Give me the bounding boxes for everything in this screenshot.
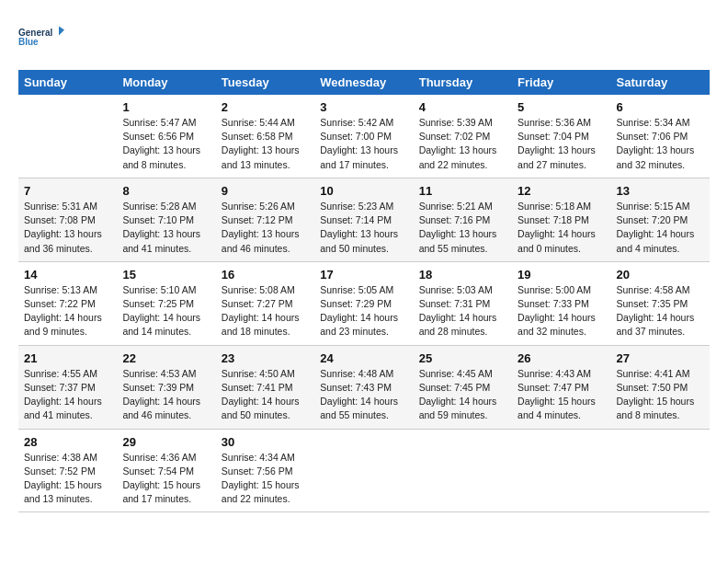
day-number: 6 (617, 100, 704, 114)
calendar-week-row: 21 Sunrise: 4:55 AM Sunset: 7:37 PM Dayl… (18, 345, 710, 429)
day-info: Sunrise: 4:55 AM Sunset: 7:37 PM Dayligh… (24, 367, 111, 423)
logo-svg: General Blue (18, 18, 64, 55)
day-number: 28 (24, 435, 111, 449)
calendar-header-row: SundayMondayTuesdayWednesdayThursdayFrid… (18, 70, 710, 95)
day-number: 26 (518, 351, 605, 365)
calendar-cell: 25 Sunrise: 4:45 AM Sunset: 7:45 PM Dayl… (414, 345, 512, 429)
calendar-cell: 12 Sunrise: 5:18 AM Sunset: 7:18 PM Dayl… (512, 178, 610, 261)
day-info: Sunrise: 5:05 AM Sunset: 7:29 PM Dayligh… (320, 283, 407, 339)
day-info: Sunrise: 4:36 AM Sunset: 7:54 PM Dayligh… (122, 451, 210, 507)
calendar-cell: 7 Sunrise: 5:31 AM Sunset: 7:08 PM Dayli… (18, 178, 117, 261)
calendar-cell: 24 Sunrise: 4:48 AM Sunset: 7:43 PM Dayl… (314, 345, 413, 429)
day-info: Sunrise: 4:43 AM Sunset: 7:47 PM Dayligh… (518, 367, 605, 423)
svg-text:Blue: Blue (18, 37, 39, 47)
calendar-week-row: 7 Sunrise: 5:31 AM Sunset: 7:08 PM Dayli… (18, 178, 710, 261)
day-info: Sunrise: 4:58 AM Sunset: 7:35 PM Dayligh… (617, 283, 704, 339)
day-header-monday: Monday (117, 70, 215, 95)
day-number: 12 (518, 184, 605, 198)
calendar-cell: 6 Sunrise: 5:34 AM Sunset: 7:06 PM Dayli… (611, 95, 710, 178)
day-info: Sunrise: 5:15 AM Sunset: 7:20 PM Dayligh… (617, 200, 704, 256)
calendar-cell: 29 Sunrise: 4:36 AM Sunset: 7:54 PM Dayl… (117, 429, 215, 512)
day-number: 13 (617, 184, 704, 198)
day-number: 23 (222, 351, 309, 365)
day-header-thursday: Thursday (414, 70, 512, 95)
day-info: Sunrise: 5:00 AM Sunset: 7:33 PM Dayligh… (518, 283, 605, 339)
day-number: 18 (419, 268, 506, 282)
calendar-cell: 21 Sunrise: 4:55 AM Sunset: 7:37 PM Dayl… (18, 345, 117, 429)
calendar-cell (314, 429, 413, 512)
day-info: Sunrise: 5:39 AM Sunset: 7:02 PM Dayligh… (419, 116, 506, 172)
logo: General Blue (18, 18, 64, 55)
calendar-cell (18, 95, 117, 178)
day-number: 10 (320, 184, 407, 198)
calendar-cell: 5 Sunrise: 5:36 AM Sunset: 7:04 PM Dayli… (512, 95, 610, 178)
calendar-cell: 22 Sunrise: 4:53 AM Sunset: 7:39 PM Dayl… (117, 345, 215, 429)
calendar-cell: 3 Sunrise: 5:42 AM Sunset: 7:00 PM Dayli… (314, 95, 413, 178)
calendar-cell: 28 Sunrise: 4:38 AM Sunset: 7:52 PM Dayl… (18, 429, 117, 512)
day-info: Sunrise: 5:10 AM Sunset: 7:25 PM Dayligh… (122, 283, 210, 339)
calendar-week-row: 14 Sunrise: 5:13 AM Sunset: 7:22 PM Dayl… (18, 261, 710, 345)
day-info: Sunrise: 5:28 AM Sunset: 7:10 PM Dayligh… (122, 200, 210, 256)
day-number: 19 (518, 268, 605, 282)
day-info: Sunrise: 5:34 AM Sunset: 7:06 PM Dayligh… (617, 116, 704, 172)
calendar-week-row: 1 Sunrise: 5:47 AM Sunset: 6:56 PM Dayli… (18, 95, 710, 178)
day-number: 16 (222, 268, 309, 282)
day-number: 2 (222, 100, 309, 114)
day-number: 27 (617, 351, 704, 365)
day-info: Sunrise: 5:23 AM Sunset: 7:14 PM Dayligh… (320, 200, 407, 256)
day-number: 8 (122, 184, 210, 198)
day-info: Sunrise: 5:44 AM Sunset: 6:58 PM Dayligh… (222, 116, 309, 172)
day-info: Sunrise: 5:18 AM Sunset: 7:18 PM Dayligh… (518, 200, 605, 256)
calendar-cell (611, 429, 710, 512)
calendar-cell: 13 Sunrise: 5:15 AM Sunset: 7:20 PM Dayl… (611, 178, 710, 261)
calendar-cell: 16 Sunrise: 5:08 AM Sunset: 7:27 PM Dayl… (216, 261, 314, 345)
day-info: Sunrise: 4:45 AM Sunset: 7:45 PM Dayligh… (419, 367, 506, 423)
day-info: Sunrise: 4:48 AM Sunset: 7:43 PM Dayligh… (320, 367, 407, 423)
day-number: 21 (24, 351, 111, 365)
day-number: 24 (320, 351, 407, 365)
day-header-sunday: Sunday (18, 70, 117, 95)
day-number: 15 (122, 268, 210, 282)
day-info: Sunrise: 4:53 AM Sunset: 7:39 PM Dayligh… (122, 367, 210, 423)
day-info: Sunrise: 4:50 AM Sunset: 7:41 PM Dayligh… (222, 367, 309, 423)
day-info: Sunrise: 5:31 AM Sunset: 7:08 PM Dayligh… (24, 200, 111, 256)
day-info: Sunrise: 5:03 AM Sunset: 7:31 PM Dayligh… (419, 283, 506, 339)
calendar-cell: 18 Sunrise: 5:03 AM Sunset: 7:31 PM Dayl… (414, 261, 512, 345)
day-info: Sunrise: 5:42 AM Sunset: 7:00 PM Dayligh… (320, 116, 407, 172)
day-info: Sunrise: 4:41 AM Sunset: 7:50 PM Dayligh… (617, 367, 704, 423)
calendar-cell (414, 429, 512, 512)
calendar-cell: 26 Sunrise: 4:43 AM Sunset: 7:47 PM Dayl… (512, 345, 610, 429)
day-info: Sunrise: 5:13 AM Sunset: 7:22 PM Dayligh… (24, 283, 111, 339)
calendar-cell: 30 Sunrise: 4:34 AM Sunset: 7:56 PM Dayl… (216, 429, 314, 512)
calendar-cell: 27 Sunrise: 4:41 AM Sunset: 7:50 PM Dayl… (611, 345, 710, 429)
svg-text:General: General (18, 28, 52, 38)
day-number: 14 (24, 268, 111, 282)
day-number: 30 (222, 435, 309, 449)
day-number: 5 (518, 100, 605, 114)
calendar-cell: 9 Sunrise: 5:26 AM Sunset: 7:12 PM Dayli… (216, 178, 314, 261)
calendar-cell: 19 Sunrise: 5:00 AM Sunset: 7:33 PM Dayl… (512, 261, 610, 345)
calendar-cell: 4 Sunrise: 5:39 AM Sunset: 7:02 PM Dayli… (414, 95, 512, 178)
calendar-cell: 10 Sunrise: 5:23 AM Sunset: 7:14 PM Dayl… (314, 178, 413, 261)
day-number: 9 (222, 184, 309, 198)
calendar-week-row: 28 Sunrise: 4:38 AM Sunset: 7:52 PM Dayl… (18, 429, 710, 512)
calendar-cell: 1 Sunrise: 5:47 AM Sunset: 6:56 PM Dayli… (117, 95, 215, 178)
calendar-cell (512, 429, 610, 512)
day-number: 1 (122, 100, 210, 114)
calendar-table: SundayMondayTuesdayWednesdayThursdayFrid… (18, 70, 710, 512)
day-info: Sunrise: 5:21 AM Sunset: 7:16 PM Dayligh… (419, 200, 506, 256)
day-header-saturday: Saturday (611, 70, 710, 95)
day-header-tuesday: Tuesday (216, 70, 314, 95)
day-info: Sunrise: 5:08 AM Sunset: 7:27 PM Dayligh… (222, 283, 309, 339)
day-number: 29 (122, 435, 210, 449)
day-info: Sunrise: 4:34 AM Sunset: 7:56 PM Dayligh… (222, 451, 309, 507)
day-header-wednesday: Wednesday (314, 70, 413, 95)
page-header: General Blue (18, 18, 710, 55)
day-info: Sunrise: 5:26 AM Sunset: 7:12 PM Dayligh… (222, 200, 309, 256)
calendar-cell: 23 Sunrise: 4:50 AM Sunset: 7:41 PM Dayl… (216, 345, 314, 429)
day-info: Sunrise: 5:36 AM Sunset: 7:04 PM Dayligh… (518, 116, 605, 172)
day-number: 17 (320, 268, 407, 282)
day-number: 4 (419, 100, 506, 114)
calendar-cell: 8 Sunrise: 5:28 AM Sunset: 7:10 PM Dayli… (117, 178, 215, 261)
calendar-cell: 20 Sunrise: 4:58 AM Sunset: 7:35 PM Dayl… (611, 261, 710, 345)
